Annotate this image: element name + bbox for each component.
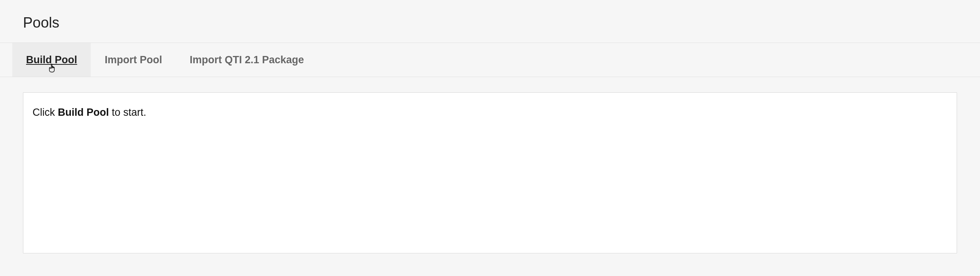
content-panel: Click Build Pool to start. [23,92,957,253]
import-pool-button[interactable]: Import Pool [91,43,176,77]
toolbar: Build Pool Import Pool Import QTI 2.1 Pa… [0,43,980,77]
import-qti-package-button[interactable]: Import QTI 2.1 Package [176,43,318,77]
import-qti-label: Import QTI 2.1 Package [189,54,304,66]
content-area: Click Build Pool to start. [0,77,980,253]
build-pool-button[interactable]: Build Pool [12,43,91,77]
page-title: Pools [23,15,980,31]
instruction-suffix: to start. [109,107,146,118]
import-pool-label: Import Pool [105,54,162,66]
instruction-bold: Build Pool [58,107,109,118]
page-header: Pools [0,0,980,43]
instruction-prefix: Click [33,107,58,118]
build-pool-label: Build Pool [26,54,77,66]
instruction-text: Click Build Pool to start. [33,107,947,118]
